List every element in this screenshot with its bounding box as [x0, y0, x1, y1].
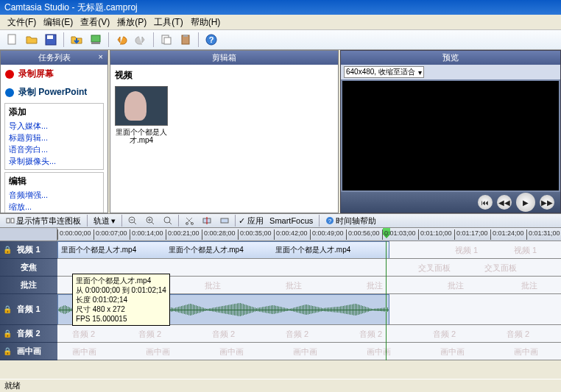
record-screen-button[interactable]: 录制屏幕 [1, 65, 107, 83]
record-ppt-label: 录制 PowerPoint [18, 86, 87, 99]
menu-view[interactable]: 查看(V) [77, 16, 113, 28]
track-label-video1[interactable]: 🔒视频 1 [0, 241, 57, 259]
timeline-toolbar: 显示情节串连图板 轨道 ▾ ✓ 应用 SmartFocus ? 时间轴帮助 [0, 213, 561, 228]
record-ppt-button[interactable]: 录制 PowerPoint [1, 83, 107, 101]
title-clip-link[interactable]: 标题剪辑... [9, 132, 99, 143]
time-tick: 0:01:17;00 [454, 229, 488, 240]
play-button[interactable]: ▶ [516, 193, 535, 212]
lock-icon[interactable]: 🔒 [3, 305, 12, 313]
forward-button[interactable]: ▶▶ [540, 195, 554, 210]
audio2-track[interactable]: 音频 2 音频 2 音频 2 音频 2 音频 2 音频 2 音频 2 [57, 325, 561, 343]
track-content-area[interactable]: 里面个个都是人才.mp4 里面个个都是人才.mp4 里面个个都是人才.mp4 视… [57, 241, 561, 360]
main-area: 任务列表 × 录制屏幕 录制 PowerPoint 添加 导入媒体... 标题剪… [0, 50, 561, 213]
lock-icon[interactable]: 🔒 [3, 329, 12, 338]
save-button[interactable] [43, 32, 59, 48]
smartfocus-label: SmartFocus [269, 216, 313, 225]
time-tick: 0:01:03;00 [382, 229, 416, 240]
menu-tools[interactable]: 工具(T) [151, 16, 186, 28]
audio-enhance-link[interactable]: 音频增强... [9, 189, 99, 201]
record-icon [5, 70, 14, 79]
track-label-audio1[interactable]: 🔒音频 1 [0, 294, 57, 325]
preview-panel: 预览 640x480, 收缩至适合 ▾ ⏮ ◀◀ ▶ ▶▶ [340, 50, 561, 213]
time-tick: 0:00:14;00 [130, 229, 163, 240]
tooltip-size: 尺寸 480 x 272 [76, 304, 166, 314]
zoom-out-button[interactable] [125, 216, 140, 225]
tracks-dropdown[interactable]: 轨道 ▾ [91, 215, 119, 227]
undo-button[interactable] [113, 32, 130, 48]
edit-section-title: 编辑 [9, 175, 99, 188]
preview-size-combo[interactable]: 640x480, 收缩至适合 ▾ [344, 66, 424, 78]
close-icon[interactable]: × [99, 52, 103, 61]
track-label-audio2[interactable]: 🔒音频 2 [0, 325, 57, 343]
storyboard-label: 显示情节串连图板 [16, 215, 81, 227]
clip-name-label: 里面个个都是人才.mp4 [115, 128, 168, 144]
time-help-button[interactable]: ? 时间轴帮助 [322, 215, 379, 227]
fade-button[interactable] [217, 216, 232, 225]
clip-label: 里面个个都是人才.mp4 [61, 245, 169, 255]
pip-track[interactable]: 画中画 画中画 画中画 画中画 画中画 画中画 画中画 [57, 343, 561, 360]
produce-button[interactable] [88, 32, 104, 48]
clip-bin-panel: 剪辑箱 视频 里面个个都是人才.mp4 [110, 50, 339, 213]
smartfocus-button[interactable]: SmartFocus [267, 216, 316, 225]
help-button[interactable]: ? [203, 32, 219, 48]
status-text: 就绪 [4, 381, 21, 390]
thumbnail-image [115, 86, 168, 126]
add-section: 添加 导入媒体... 标题剪辑... 语音旁白... 录制摄像头... [4, 103, 104, 170]
zoom-fit-button[interactable] [160, 216, 175, 225]
menu-play[interactable]: 播放(P) [114, 16, 149, 28]
menu-edit[interactable]: 编辑(E) [40, 16, 76, 28]
voice-narration-link[interactable]: 语音旁白... [9, 143, 99, 155]
tooltip-range: 从 0:00:00;00 到 0:01:02;14 [76, 285, 166, 295]
task-panel-title: 任务列表 [38, 53, 71, 62]
show-storyboard-button[interactable]: 显示情节串连图板 [3, 215, 84, 227]
video1-track[interactable]: 里面个个都是人才.mp4 里面个个都是人才.mp4 里面个个都是人才.mp4 视… [57, 241, 561, 259]
svg-text:?: ? [209, 35, 214, 44]
open-button[interactable] [24, 32, 40, 48]
menubar: 文件(F) 编辑(E) 查看(V) 播放(P) 工具(T) 帮助(H) [0, 15, 561, 29]
clip-thumbnail[interactable]: 里面个个都是人才.mp4 [115, 86, 168, 144]
track-label-pip[interactable]: 🔒画中画 [0, 343, 57, 360]
svg-rect-2 [47, 35, 53, 39]
copy-button[interactable] [158, 32, 174, 48]
time-ruler[interactable]: 0:00:00;000:00:07;000:00:14;000:00:21;00… [0, 228, 561, 241]
video-clip-1[interactable]: 里面个个都是人才.mp4 里面个个都是人才.mp4 里面个个都是人才.mp4 [57, 241, 389, 259]
track-label-zoom[interactable]: 变焦 [0, 259, 57, 277]
svg-rect-4 [91, 42, 100, 44]
time-tick: 0:00:21;00 [166, 229, 200, 240]
add-section-title: 添加 [9, 106, 99, 118]
preview-top-bar: 640x480, 收缩至适合 ▾ [341, 65, 560, 79]
svg-rect-19 [221, 218, 228, 223]
zoom-link[interactable]: 缩放... [9, 201, 99, 213]
redo-button[interactable] [133, 32, 149, 48]
time-tick: 0:01:10;00 [418, 229, 452, 240]
rewind-button[interactable]: ◀◀ [497, 195, 512, 210]
task-panel: 任务列表 × 录制屏幕 录制 PowerPoint 添加 导入媒体... 标题剪… [0, 50, 108, 213]
lock-icon[interactable]: 🔒 [3, 347, 12, 355]
preview-video-area [342, 81, 559, 190]
record-ppt-icon [5, 88, 14, 97]
split-button[interactable] [200, 216, 214, 225]
new-button[interactable] [4, 32, 21, 48]
record-camera-link[interactable]: 录制摄像头... [9, 155, 99, 167]
time-tick: 0:00:56;00 [346, 229, 380, 240]
clip-label: 里面个个都是人才.mp4 [275, 245, 383, 255]
import-button[interactable] [68, 32, 85, 48]
menu-file[interactable]: 文件(F) [4, 16, 39, 28]
cut-button[interactable] [182, 216, 197, 225]
main-toolbar: ? [0, 29, 561, 50]
track-label-callout[interactable]: 批注 [0, 277, 57, 294]
lock-icon[interactable]: 🔒 [3, 246, 12, 254]
storyboard-icon [6, 216, 15, 225]
apply-button[interactable]: ✓ 应用 [239, 215, 264, 227]
menu-help[interactable]: 帮助(H) [188, 16, 224, 28]
time-help-label: 时间轴帮助 [336, 215, 376, 227]
zoom-in-button[interactable] [143, 216, 158, 225]
svg-rect-0 [8, 35, 15, 44]
import-media-link[interactable]: 导入媒体... [9, 120, 99, 132]
svg-point-15 [164, 217, 170, 223]
time-tick: 0:00:00;00 [57, 229, 91, 240]
paste-button[interactable] [177, 32, 194, 48]
tooltip-fps: FPS 15.000015 [76, 314, 166, 324]
prev-button[interactable]: ⏮ [478, 195, 493, 210]
time-tick: 0:00:35;00 [238, 229, 272, 240]
